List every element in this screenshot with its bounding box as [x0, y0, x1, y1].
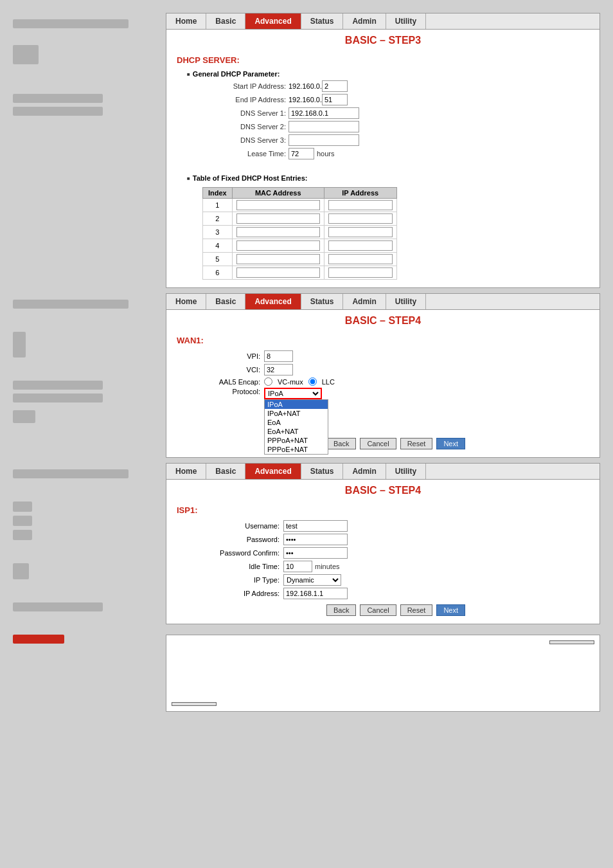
- cancel-btn-3[interactable]: Cancel: [360, 604, 396, 616]
- nav-bar-1: Home Basic Advanced Status Admin Utility: [166, 14, 600, 30]
- ip-addr-label: IP Address:: [202, 590, 280, 597]
- start-ip-input[interactable]: [322, 80, 348, 92]
- reset-btn-2[interactable]: Reset: [400, 438, 433, 449]
- dd-ipoa-nat[interactable]: IPoA+NAT: [265, 409, 328, 418]
- nav-basic-3[interactable]: Basic: [206, 464, 245, 479]
- nav-advanced-2[interactable]: Advanced: [245, 294, 301, 309]
- protocol-dropdown-wrapper: IPoA IPoA+NAT EoA EoA+NAT PPPoA+NAT PPPo…: [264, 388, 322, 399]
- ip-type-select[interactable]: Dynamic Static: [283, 574, 341, 586]
- sidebar-bar-p2-1: [13, 300, 129, 309]
- aal5-llc-radio[interactable]: [308, 377, 317, 386]
- nav-utility-1[interactable]: Utility: [386, 14, 426, 29]
- nav-basic-1[interactable]: Basic: [206, 14, 245, 29]
- password-input[interactable]: [283, 534, 348, 545]
- table-cell-mac: [232, 253, 324, 266]
- dhcp-table: Index MAC Address IP Address 1 2 3 4: [202, 187, 397, 280]
- table-cell-index: 6: [203, 266, 233, 280]
- nav-home-3[interactable]: Home: [166, 464, 206, 479]
- lease-label: Lease Time:: [202, 150, 286, 158]
- nav-status-2[interactable]: Status: [301, 294, 344, 309]
- dd-eoa[interactable]: EoA: [265, 418, 328, 427]
- end-ip-input[interactable]: [322, 94, 348, 105]
- ip-input-2[interactable]: [328, 213, 393, 224]
- nav-home-1[interactable]: Home: [166, 14, 206, 29]
- page-title-2: BASIC – STEP4: [166, 310, 600, 330]
- dns2-input[interactable]: [289, 121, 359, 132]
- nav-admin-2[interactable]: Admin: [343, 294, 386, 309]
- nav-status-1[interactable]: Status: [301, 14, 344, 29]
- back-btn-3[interactable]: Back: [326, 604, 356, 616]
- nav-home-2[interactable]: Home: [166, 294, 206, 309]
- dd-eoa-nat[interactable]: EoA+NAT: [265, 427, 328, 436]
- ip-input-3[interactable]: [328, 227, 393, 237]
- dns1-input[interactable]: [289, 107, 359, 119]
- protocol-label: Protocol:: [202, 388, 260, 395]
- mac-input-2[interactable]: [236, 213, 320, 224]
- sidebar-bar-2: [13, 94, 103, 103]
- bottom-right-btn[interactable]: [549, 640, 594, 644]
- ip-addr-input[interactable]: [283, 588, 348, 599]
- mac-input-6[interactable]: [236, 267, 320, 278]
- bottom-left-btn[interactable]: [172, 702, 217, 706]
- aal5-row: AAL5 Encap: VC-mux LLC: [202, 377, 589, 386]
- nav-basic-2[interactable]: Basic: [206, 294, 245, 309]
- nav-admin-1[interactable]: Admin: [343, 14, 386, 29]
- panel2-btn-row: Back Cancel Reset Next: [202, 438, 589, 449]
- ip-addr-row: IP Address:: [202, 588, 589, 599]
- bottom-right-btn-area: [172, 640, 594, 644]
- sidebar-panel2: [13, 293, 161, 458]
- dd-pppoe-nat[interactable]: PPPoE+NAT: [265, 445, 328, 454]
- reset-btn-3[interactable]: Reset: [400, 604, 433, 616]
- mac-input-4[interactable]: [236, 240, 320, 251]
- ip-input-4[interactable]: [328, 240, 393, 251]
- protocol-row: Protocol: IPoA IPoA+NAT EoA EoA+NAT PPPo…: [202, 388, 589, 399]
- idle-time-row: Idle Time: minutes: [202, 561, 589, 572]
- mac-input-5[interactable]: [236, 254, 320, 264]
- aal5-vc-mux-radio[interactable]: [264, 377, 272, 386]
- dd-ipoa[interactable]: IPoA: [265, 400, 328, 409]
- table-cell-mac: [232, 199, 324, 212]
- password-confirm-input[interactable]: [283, 547, 348, 559]
- sidebar-icon-p2: [13, 332, 26, 357]
- mac-input-3[interactable]: [236, 227, 320, 237]
- mac-input-1[interactable]: [236, 200, 320, 210]
- nav-utility-2[interactable]: Utility: [386, 294, 426, 309]
- table-cell-index: 5: [203, 253, 233, 266]
- nav-advanced-3[interactable]: Advanced: [245, 464, 301, 479]
- back-btn-2[interactable]: Back: [326, 438, 356, 449]
- ip-input-1[interactable]: [328, 200, 393, 210]
- sidebar-sq-p3-2: [13, 516, 32, 526]
- ip-input-5[interactable]: [328, 254, 393, 264]
- lease-input[interactable]: [289, 148, 314, 159]
- username-input[interactable]: [283, 520, 348, 532]
- protocol-select[interactable]: IPoA IPoA+NAT EoA EoA+NAT PPPoA+NAT PPPo…: [264, 388, 322, 399]
- table-cell-ip: [324, 266, 396, 280]
- next-btn-3[interactable]: Next: [436, 604, 465, 616]
- next-btn-2[interactable]: Next: [436, 438, 465, 449]
- bottom-left-sidebar: [13, 635, 161, 712]
- nav-admin-3[interactable]: Admin: [343, 464, 386, 479]
- cancel-btn-2[interactable]: Cancel: [360, 438, 396, 449]
- dns3-input[interactable]: [289, 134, 359, 146]
- nav-status-3[interactable]: Status: [301, 464, 344, 479]
- table-cell-index: 4: [203, 239, 233, 253]
- vpi-input[interactable]: [264, 350, 293, 362]
- nav-utility-3[interactable]: Utility: [386, 464, 426, 479]
- section-title-2: WAN1:: [177, 336, 589, 345]
- vci-input[interactable]: [264, 364, 293, 375]
- wan-form: VPI: VCI: AAL5 Encap: VC-mux: [202, 350, 589, 449]
- panel2: Home Basic Advanced Status Admin Utility…: [166, 293, 600, 458]
- table-cell-ip: [324, 226, 396, 239]
- nav-advanced-1[interactable]: Advanced: [245, 14, 301, 29]
- table-header-ip: IP Address: [324, 188, 396, 199]
- table-cell-index: 1: [203, 199, 233, 212]
- aal5-vc-mux-label: VC-mux: [278, 378, 303, 386]
- table-row: 6: [203, 266, 397, 280]
- aal5-label: AAL5 Encap:: [202, 378, 260, 386]
- idle-time-label: Idle Time:: [202, 563, 280, 570]
- sidebar-bar-p3-2: [13, 602, 103, 611]
- idle-time-input[interactable]: [283, 561, 312, 572]
- ip-input-6[interactable]: [328, 267, 393, 278]
- subsection-title-2: Table of Fixed DHCP Host Entries:: [187, 174, 589, 182]
- dd-pppoa-nat[interactable]: PPPoA+NAT: [265, 436, 328, 445]
